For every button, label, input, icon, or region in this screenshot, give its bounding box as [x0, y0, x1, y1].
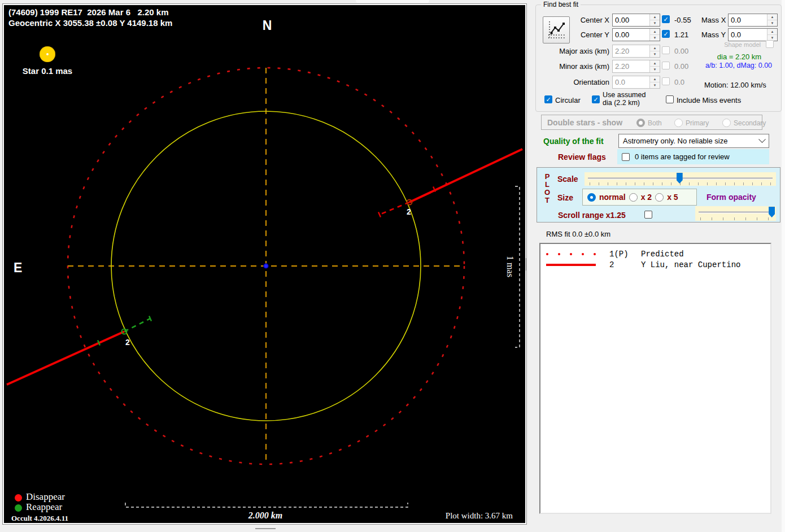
fit-orientation-checkbox[interactable] — [662, 77, 670, 85]
size-x5-label: x 5 — [667, 193, 678, 202]
observer-id: 1(P) — [609, 250, 641, 259]
orientation-err-value: 0.0 — [674, 78, 684, 86]
orientation-spin-buttons: ▲ ▼ — [649, 76, 660, 88]
horizontal-splitter-handle[interactable] — [255, 528, 276, 529]
spin-down-icon[interactable]: ▼ — [650, 20, 660, 26]
mass-x-input[interactable] — [729, 14, 767, 26]
spin-up-icon: ▲ — [650, 45, 660, 51]
double-stars-primary-label: Primary — [686, 119, 709, 127]
quality-of-fit-dropdown[interactable]: Astrometry only. No reliable size — [618, 134, 769, 148]
shape-model-checkbox[interactable] — [766, 40, 774, 48]
double-stars-group: Double stars - show Both Primary Seconda… — [541, 115, 762, 130]
center-x-spin-buttons[interactable]: ▲ ▼ — [649, 14, 660, 26]
form-opacity-slider-groove — [699, 211, 773, 213]
double-stars-secondary-radio[interactable] — [722, 119, 731, 127]
spin-down-icon: ▼ — [650, 67, 660, 72]
legend-dotted-swatch — [546, 253, 596, 255]
reappear-legend-dot — [15, 504, 22, 512]
observer-list[interactable]: 1(P) Predicted 2 Y Liu, near Cupertino — [539, 243, 771, 514]
double-stars-both-radio[interactable] — [636, 119, 645, 127]
chord2-reappear-errorbar — [124, 319, 150, 332]
mass-x-spinner[interactable]: ▲ ▼ — [728, 14, 778, 27]
plot-title-line2: Geocentric X 3055.38 ±0.08 Y 4149.18 km — [8, 18, 172, 28]
spin-up-icon: ▲ — [650, 76, 660, 82]
mas-scalebar — [515, 186, 520, 347]
window-right-edge — [782, 0, 785, 532]
size-x2-radio[interactable] — [629, 193, 638, 202]
spin-up-icon[interactable]: ▲ — [767, 14, 777, 20]
scale-slider[interactable] — [585, 172, 776, 186]
double-stars-both-label: Both — [648, 119, 662, 127]
chord2-label-right: 2 — [407, 207, 411, 216]
mass-y-spin-buttons[interactable]: ▲ ▼ — [767, 29, 777, 41]
chord2-disappear-errorbar — [380, 202, 409, 215]
mass-y-spinner[interactable]: ▲ ▼ — [728, 28, 778, 41]
spin-up-icon: ▲ — [650, 60, 660, 67]
disappear-legend-label: Disappear — [26, 491, 65, 503]
review-flags-checkbox[interactable] — [622, 153, 630, 161]
spin-up-icon[interactable]: ▲ — [767, 29, 777, 35]
center-x-spinner[interactable]: ▲ ▼ — [612, 14, 660, 27]
spin-up-icon[interactable]: ▲ — [650, 29, 660, 35]
form-opacity-slider[interactable] — [695, 206, 776, 221]
center-x-label: Center X — [569, 16, 609, 24]
plot-controls-panel: P L O T Scale Size normal x 2 x 5 Form o… — [537, 167, 780, 223]
star-size-label: Star 0.1 mas — [19, 66, 76, 76]
quality-of-fit-value: Astrometry only. No reliable size — [623, 137, 727, 145]
check-icon: ✓ — [663, 16, 668, 23]
spin-up-icon[interactable]: ▲ — [650, 14, 660, 20]
fit-minor-axis-checkbox[interactable] — [662, 62, 670, 69]
mass-x-spin-buttons[interactable]: ▲ ▼ — [767, 14, 777, 26]
check-icon: ✓ — [663, 31, 668, 37]
list-item[interactable]: 2 Y Liu, near Cupertino — [540, 259, 770, 270]
chord2-left-solid — [7, 332, 124, 385]
scroll-range-checkbox[interactable] — [644, 211, 652, 219]
observer-id: 2 — [609, 260, 641, 269]
size-normal-label: normal — [599, 193, 626, 202]
center-x-input[interactable] — [613, 14, 649, 26]
major-axis-input — [613, 45, 649, 57]
star-size-dot — [40, 46, 55, 62]
size-radio-group: normal x 2 x 5 — [582, 189, 697, 206]
review-flags-text: 0 items are tagged for review — [635, 152, 730, 161]
scale-label: Scale — [557, 175, 578, 184]
mass-y-input[interactable] — [729, 29, 767, 41]
top-resize-grip[interactable] — [356, 0, 429, 3]
chord2-label-left: 2 — [125, 338, 130, 347]
double-stars-primary-radio[interactable] — [674, 119, 683, 127]
plot-letter-l: L — [543, 181, 551, 189]
mass-x-label: Mass X — [701, 16, 726, 24]
north-label: N — [258, 18, 276, 33]
vertical-splitter-handle[interactable] — [526, 258, 527, 271]
fit-center-y-checkbox[interactable]: ✓ — [662, 30, 670, 38]
run-fit-button[interactable] — [543, 16, 570, 43]
center-y-label: Center Y — [569, 30, 609, 39]
spin-down-icon[interactable]: ▼ — [650, 35, 660, 41]
size-normal-radio[interactable] — [587, 193, 596, 202]
list-item[interactable]: 1(P) Predicted — [540, 248, 770, 259]
spin-down-icon: ▼ — [650, 82, 660, 88]
size-x5-radio[interactable] — [655, 193, 664, 202]
app-version-label: Occult 4.2026.4.11 — [11, 514, 68, 523]
form-opacity-slider-ticks — [700, 217, 771, 220]
mas-scalebar-label: 1 mas — [505, 256, 515, 277]
major-axis-label: Major axis (km) — [547, 47, 609, 55]
center-y-input[interactable] — [613, 29, 649, 41]
spin-down-icon[interactable]: ▼ — [767, 20, 777, 26]
use-assumed-dia-checkbox[interactable]: ✓ — [592, 95, 600, 103]
motion-text: Motion: 12.00 km/s — [704, 81, 766, 89]
fit-center-x-checkbox[interactable]: ✓ — [662, 15, 670, 23]
circular-checkbox[interactable]: ✓ — [544, 95, 552, 103]
center-y-spin-buttons[interactable]: ▲ ▼ — [649, 29, 660, 41]
double-stars-label: Double stars - show — [547, 118, 622, 127]
plot-title-line1: (74609) 1999 RE17 2026 Mar 6 2.20 km — [8, 7, 169, 18]
center-y-spinner[interactable]: ▲ ▼ — [612, 28, 660, 41]
fit-major-axis-checkbox[interactable] — [662, 46, 670, 54]
major-axis-err-value: 0.00 — [674, 47, 688, 55]
occultation-plot[interactable]: 2 2 1 mas (74609) 1999 RE17 2026 Mar 6 2… — [4, 5, 525, 523]
major-axis-spinner: ▲ ▼ — [612, 45, 660, 58]
form-opacity-slider-thumb[interactable] — [769, 207, 775, 217]
include-miss-events-checkbox[interactable] — [666, 95, 674, 103]
size-label: Size — [557, 193, 573, 202]
reappear-legend-label: Reappear — [26, 502, 62, 513]
